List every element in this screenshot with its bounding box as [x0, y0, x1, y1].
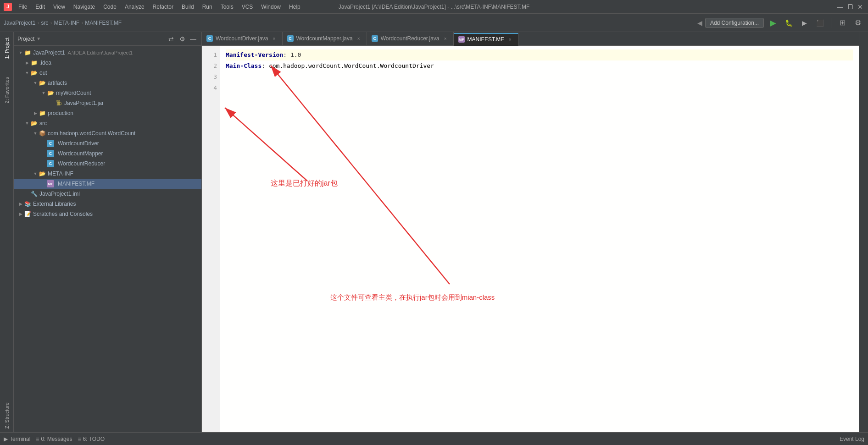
maximize-button[interactable]: ⧠: [846, 3, 854, 11]
out-folder-icon: 📂: [30, 69, 38, 77]
jar-file-icon: 🗜: [55, 99, 62, 107]
tab-close-driver[interactable]: ×: [271, 35, 278, 42]
toolbar-right: ◀ Add Configuration... ▶ 🐛 ▶ ⬛ ⊞ ⚙: [697, 17, 864, 29]
menu-edit[interactable]: Edit: [32, 3, 49, 11]
tree-mapper[interactable]: ▶ C WordcountMapper: [14, 148, 201, 159]
meta-inf-folder-icon: 📂: [39, 170, 46, 177]
menu-analyze[interactable]: Analyze: [121, 3, 148, 11]
back-button[interactable]: ◀: [697, 19, 702, 27]
tab-label-mapper: WordcountMapper.java: [296, 35, 353, 42]
tree-src-label: src: [39, 120, 47, 126]
tab-icon-reducer: C: [372, 35, 378, 42]
tab-close-mapper[interactable]: ×: [356, 35, 362, 42]
tree-idea-label: .idea: [39, 60, 51, 66]
project-folder-icon: 📁: [24, 49, 31, 56]
manifest-version-key: Manifest-Version: [226, 51, 283, 58]
tree-driver[interactable]: ▶ C WordcountDriver: [14, 138, 201, 148]
event-log-button[interactable]: Event Log: [840, 436, 864, 442]
menu-build[interactable]: Build: [178, 3, 198, 11]
tree-jar[interactable]: ▶ 🗜 JavaProject1.jar: [14, 98, 201, 108]
breadcrumb-project: JavaProject1: [4, 20, 35, 26]
tree-production[interactable]: ▶ 📁 production: [14, 108, 201, 118]
tree-arrow-meta-inf: ▼: [32, 170, 39, 177]
minimize-button[interactable]: —: [836, 3, 844, 11]
tree-arrow-production: ▶: [32, 110, 39, 116]
debug-button[interactable]: 🐛: [782, 17, 795, 29]
project-tree: ▼ 📁 JavaProject1 A:\IDEA Edition\JavaPro…: [14, 46, 201, 432]
tree-scratches[interactable]: ▶ 📝 Scratches and Consoles: [14, 209, 201, 219]
sidebar-item-favorites[interactable]: 2: Favorites: [2, 73, 11, 107]
panel-header: Project ▼ ⇄ ⚙ —: [14, 32, 201, 46]
breadcrumb-sep2: ›: [50, 20, 52, 26]
terminal-button[interactable]: ▶ Terminal: [4, 436, 30, 442]
tab-wordcountreducer[interactable]: C WordcountReducer.java ×: [367, 32, 454, 45]
editor-content[interactable]: 1 2 3 4 Manifest-Version: 1.0 Main-Class…: [202, 46, 859, 432]
tree-reducer[interactable]: ▶ C WordcountReducer: [14, 159, 201, 169]
coverage-button[interactable]: ▶: [798, 17, 811, 29]
sync-button[interactable]: ⇄: [167, 34, 176, 44]
tab-bar: C WordcountDriver.java × C WordcountMapp…: [202, 32, 859, 46]
tree-arrow-artifacts: ▼: [32, 80, 39, 86]
settings-button[interactable]: ⚙: [178, 34, 187, 44]
sidebar-item-project[interactable]: 1: Project: [2, 34, 11, 62]
breadcrumb-manifest: MANIFEST.MF: [85, 20, 122, 26]
tree-artifacts[interactable]: ▼ 📂 artifacts: [14, 78, 201, 88]
tree-package[interactable]: ▼ 📦 com.hadoop.wordCount.WordCount: [14, 128, 201, 138]
tab-close-manifest[interactable]: ×: [507, 36, 513, 43]
tree-extlibs-label: External Libraries: [33, 201, 76, 207]
menu-tools[interactable]: Tools: [217, 3, 237, 11]
menu-help[interactable]: Help: [285, 3, 304, 11]
tree-arrow-idea: ▶: [24, 60, 30, 66]
menu-run[interactable]: Run: [199, 3, 216, 11]
panel-dropdown-icon[interactable]: ▼: [36, 36, 41, 41]
window-title: JavaProject1 [A:\IDEA Edition\JavaProjec…: [339, 4, 530, 10]
messages-button[interactable]: ≡ 0: Messages: [36, 436, 72, 442]
code-line-2: Main-Class: com.hadoop.wordCount.WordCou…: [226, 60, 853, 71]
code-editor[interactable]: Manifest-Version: 1.0 Main-Class: com.ha…: [220, 46, 859, 432]
tree-iml[interactable]: ▶ 🔧 JavaProject1.iml: [14, 189, 201, 199]
tab-wordcountmapper[interactable]: C WordcountMapper.java ×: [283, 32, 367, 45]
project-panel: Project ▼ ⇄ ⚙ — ▼ 📁 JavaProject1 A:\IDEA…: [14, 32, 202, 432]
tab-close-reducer[interactable]: ×: [442, 35, 449, 42]
breadcrumb-meta-inf: META-INF: [54, 20, 79, 26]
tab-manifest[interactable]: MF MANIFEST.MF ×: [454, 33, 518, 46]
event-log-label: Event Log: [840, 436, 864, 442]
tree-out[interactable]: ▼ 📂 out: [14, 68, 201, 78]
tree-arrow-mywordcount: ▼: [40, 90, 47, 96]
menu-code[interactable]: Code: [100, 3, 120, 11]
menu-vcs[interactable]: VCS: [238, 3, 257, 11]
tree-meta-inf-label: META-INF: [48, 170, 73, 177]
tree-root-path: A:\IDEA Edition\JavaProject1: [67, 50, 133, 55]
sidebar-item-structure[interactable]: Z: Structure: [2, 399, 11, 432]
main-class-val: com.hadoop.wordCount.WordCount.Wordcount…: [269, 62, 434, 69]
tree-mywordcount[interactable]: ▼ 📂 myWordCount: [14, 88, 201, 98]
minimize-panel-button[interactable]: —: [189, 34, 198, 44]
run-button[interactable]: ▶: [767, 17, 779, 29]
title-bar-left: J File Edit View Navigate Code Analyze R…: [4, 3, 304, 11]
tab-wordcountdriver[interactable]: C WordcountDriver.java ×: [202, 32, 283, 45]
tree-src[interactable]: ▼ 📂 src: [14, 118, 201, 128]
menu-window[interactable]: Window: [257, 3, 284, 11]
menu-refactor[interactable]: Refactor: [149, 3, 177, 11]
tree-root[interactable]: ▼ 📁 JavaProject1 A:\IDEA Edition\JavaPro…: [14, 48, 201, 58]
tree-iml-label: JavaProject1.iml: [39, 191, 80, 197]
menu-view[interactable]: View: [50, 3, 69, 11]
tree-idea[interactable]: ▶ 📁 .idea: [14, 58, 201, 68]
stop-button[interactable]: ⬛: [813, 17, 826, 29]
add-config-button[interactable]: Add Configuration...: [705, 18, 764, 28]
menu-navigate[interactable]: Navigate: [70, 3, 99, 11]
tree-arrow-out: ▼: [24, 70, 30, 76]
tree-extlibs[interactable]: ▶ 📚 External Libraries: [14, 199, 201, 209]
app-logo: J: [4, 3, 12, 11]
todo-button[interactable]: ≡ 6: TODO: [78, 436, 105, 442]
close-button[interactable]: ✕: [856, 3, 864, 11]
layout-button[interactable]: ⊞: [836, 17, 849, 29]
panel-title-label: Project: [17, 36, 34, 42]
tree-meta-inf[interactable]: ▼ 📂 META-INF: [14, 169, 201, 179]
breadcrumb: JavaProject1 › src › META-INF › MANIFEST…: [4, 20, 696, 26]
options-button[interactable]: ⚙: [851, 17, 864, 29]
tree-manifest[interactable]: ▶ MF MANIFEST.MF: [14, 179, 201, 189]
main-area: 1: Project 2: Favorites Z: Structure Pro…: [0, 32, 868, 432]
colon1: :: [283, 51, 290, 58]
menu-file[interactable]: File: [15, 3, 31, 11]
